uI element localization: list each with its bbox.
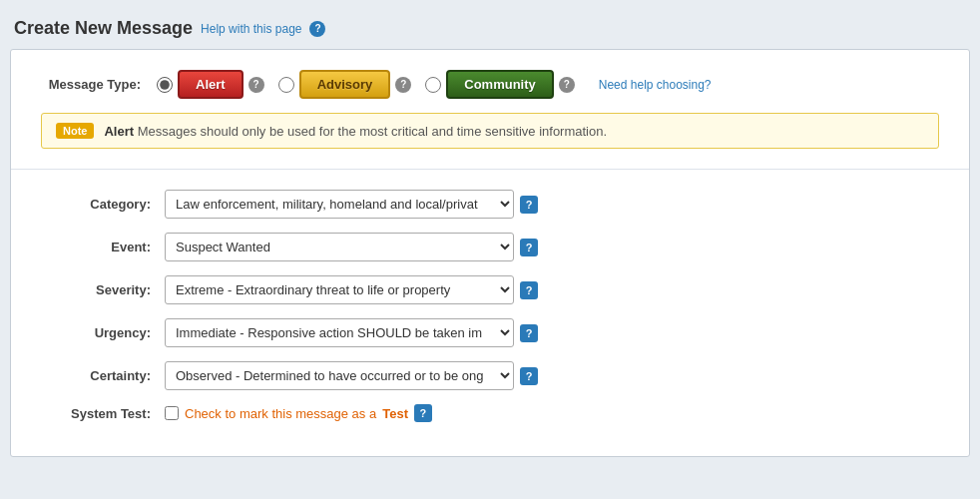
help-icon[interactable]: ? — [309, 21, 325, 37]
severity-row: Severity: Extreme - Extraordinary threat… — [41, 275, 939, 304]
event-help-icon[interactable]: ? — [520, 239, 538, 256]
category-help-icon[interactable]: ? — [520, 196, 538, 214]
system-test-checkbox[interactable] — [165, 406, 179, 420]
system-test-label: System Test: — [41, 406, 151, 421]
message-type-label: Message Type: — [41, 77, 141, 92]
community-help-icon[interactable]: ? — [559, 77, 575, 93]
category-select[interactable]: Law enforcement, military, homeland and … — [165, 190, 514, 219]
message-type-section: Message Type: Alert ? Advisory ? — [11, 50, 969, 170]
alert-help-icon[interactable]: ? — [248, 77, 264, 93]
event-row: Event: Suspect Wanted ? — [41, 233, 939, 261]
advisory-help-icon[interactable]: ? — [395, 77, 411, 93]
system-test-text: Check to mark this message as a — [185, 406, 376, 421]
severity-help-icon[interactable]: ? — [520, 281, 538, 299]
certainty-control: Observed - Determined to have occurred o… — [165, 361, 538, 390]
advisory-button[interactable]: Advisory — [299, 70, 391, 99]
community-radio[interactable] — [425, 77, 441, 93]
help-link[interactable]: Help with this page — [201, 22, 301, 36]
note-bold-word: Alert — [104, 124, 134, 139]
page-title: Create New Message — [14, 18, 193, 39]
event-control: Suspect Wanted ? — [165, 233, 538, 261]
system-test-content: Check to mark this message as a Test ? — [165, 404, 432, 422]
system-test-row: System Test: Check to mark this message … — [41, 404, 939, 422]
urgency-help-icon[interactable]: ? — [520, 324, 538, 342]
alert-button[interactable]: Alert — [178, 70, 244, 99]
note-box: Note Alert Messages should only be used … — [41, 113, 939, 149]
urgency-row: Urgency: Immediate - Responsive action S… — [41, 318, 939, 347]
event-label: Event: — [41, 240, 151, 254]
advisory-radio[interactable] — [278, 77, 294, 93]
form-section: Category: Law enforcement, military, hom… — [11, 170, 969, 456]
alert-radio[interactable] — [157, 77, 173, 93]
certainty-select[interactable]: Observed - Determined to have occurred o… — [165, 361, 514, 390]
system-test-bold: Test — [382, 406, 408, 421]
need-help-link[interactable]: Need help choosing? — [599, 78, 712, 92]
certainty-row: Certainty: Observed - Determined to have… — [41, 361, 939, 390]
urgency-select[interactable]: Immediate - Responsive action SHOULD be … — [165, 318, 514, 347]
category-row: Category: Law enforcement, military, hom… — [41, 190, 939, 219]
type-option-alert[interactable]: Alert ? — [157, 70, 264, 99]
severity-control: Extreme - Extraordinary threat to life o… — [165, 275, 538, 304]
type-option-community[interactable]: Community ? — [425, 70, 575, 99]
severity-select[interactable]: Extreme - Extraordinary threat to life o… — [165, 275, 514, 304]
type-options: Alert ? Advisory ? Community ? — [157, 70, 712, 99]
system-test-help-icon[interactable]: ? — [414, 404, 432, 422]
main-card: Message Type: Alert ? Advisory ? — [10, 49, 970, 457]
certainty-label: Certainty: — [41, 368, 151, 383]
urgency-label: Urgency: — [41, 325, 151, 340]
severity-label: Severity: — [41, 282, 151, 297]
certainty-help-icon[interactable]: ? — [520, 367, 538, 385]
note-suffix: Messages should only be used for the mos… — [134, 124, 607, 139]
community-button[interactable]: Community — [446, 70, 554, 99]
category-control: Law enforcement, military, homeland and … — [165, 190, 538, 219]
event-select[interactable]: Suspect Wanted — [165, 233, 514, 261]
note-badge: Note — [56, 123, 94, 139]
note-text: Alert Messages should only be used for t… — [104, 124, 607, 139]
type-option-advisory[interactable]: Advisory ? — [278, 70, 412, 99]
urgency-control: Immediate - Responsive action SHOULD be … — [165, 318, 538, 347]
category-label: Category: — [41, 197, 151, 212]
